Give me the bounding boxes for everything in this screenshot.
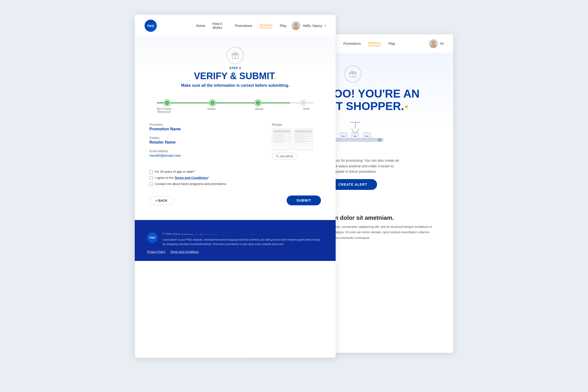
right-nav-promotions[interactable]: Promotions [344,42,361,46]
svg-point-1 [293,26,299,30]
terms-checkbox[interactable] [150,176,153,180]
button-area: < BACK SUBMIT [135,190,336,210]
footer-copyright: © 2020 Procter & Gamble. All rights rese… [163,232,324,235]
step-3: ✓ [255,100,261,106]
progress-bar: ✓ ✓ ✓ $10 Prepaid Mastercard Details Upl… [135,95,336,116]
right-nav-redeem[interactable]: Redeem [368,41,381,46]
svg-text:P&G: P&G [365,136,368,137]
gift-icon [226,47,244,64]
right-nav-play[interactable]: Play [388,42,395,46]
right-user-label: Hi [440,42,444,46]
form-area: Promotion Promotion Name Retailer Retail… [135,116,336,170]
left-nav: P&G Home How it Works Promotions Redeem … [135,15,336,37]
enlarge-button[interactable]: 🔍 ENLARGE [272,153,297,160]
chevron-down-icon[interactable]: ▾ [324,24,326,27]
pg-logo: P&G [144,20,157,32]
footer: P&G © 2020 Procter & Gamble. All rights … [135,220,336,261]
receipt-label: Receipt [272,123,321,126]
nav-play[interactable]: Play [280,24,286,28]
nav-how-it-works[interactable]: How it Works [212,22,227,30]
svg-text:P&G: P&G [354,136,357,137]
checkbox-area: I'm 18 years of age or older* I agree to… [135,170,336,186]
user-avatar [292,21,300,30]
svg-point-22 [378,138,382,142]
nav-user: Hello, Nancy ▾ [292,21,326,30]
step-2: ✓ [210,100,215,106]
success-gift-icon [344,66,362,82]
page-title: VERIFY & SUBMIT. [194,71,276,81]
hero-area: STEP 4 VERIFY & SUBMIT. Make sure all th… [135,37,336,95]
submit-button[interactable]: SUBMIT [287,196,321,205]
step-4 [300,100,306,106]
receipt-images [272,128,321,150]
footer-logo: P&G [147,232,158,243]
user-greeting: Hello, Nancy [303,24,322,28]
search-icon: 🔍 [276,154,279,158]
age-checkbox[interactable] [150,170,153,174]
checkbox-contact: Contact me about future programs and pro… [150,182,321,186]
right-nav-user: Hi [429,39,444,48]
step-1: ✓ [164,100,170,106]
receipt-thumb-2 [294,128,313,150]
footer-description: Local Saver is your P&G rewards, enterta… [163,238,324,246]
page-subtitle: Make sure all the information is correct… [181,83,289,88]
left-panel: P&G Home How it Works Promotions Redeem … [135,15,336,358]
terms-link[interactable]: Terms and Conditions [174,176,208,180]
svg-text:P&G: P&G [342,136,345,137]
contact-checkbox[interactable] [150,182,153,186]
nav-links: Home How it Works Promotions Redeem Play [196,22,287,30]
back-button[interactable]: < BACK [150,196,174,205]
privacy-policy-link[interactable]: Privacy Policy [147,250,166,254]
retailer-field: Retailer Retailer Name [150,136,262,144]
promotion-field: Promotion Promotion Name [150,123,262,131]
create-alert-button[interactable]: CREATE ALERT [328,179,377,190]
receipt-thumb-1 [272,128,292,150]
nav-promotions[interactable]: Promotions [235,24,252,28]
footer-terms-link[interactable]: Terms and Conditions [170,250,199,254]
nav-home[interactable]: Home [196,24,205,28]
right-user-avatar [429,39,438,48]
footer-links: Privacy Policy Terms and Conditions [147,250,324,254]
svg-point-5 [432,41,435,44]
checkbox-terms: I agree to the Terms and Conditions* [150,176,321,180]
svg-point-6 [430,44,436,48]
step-label: STEP 4 [229,66,241,70]
progress-labels: $10 Prepaid Mastercard Details Upload Ve… [150,107,321,113]
svg-point-0 [294,23,298,27]
email-field: Email Address nsmith@email.com [150,150,262,158]
nav-redeem[interactable]: Redeem [260,23,272,28]
checkbox-age: I'm 18 years of age or older* [150,170,321,174]
